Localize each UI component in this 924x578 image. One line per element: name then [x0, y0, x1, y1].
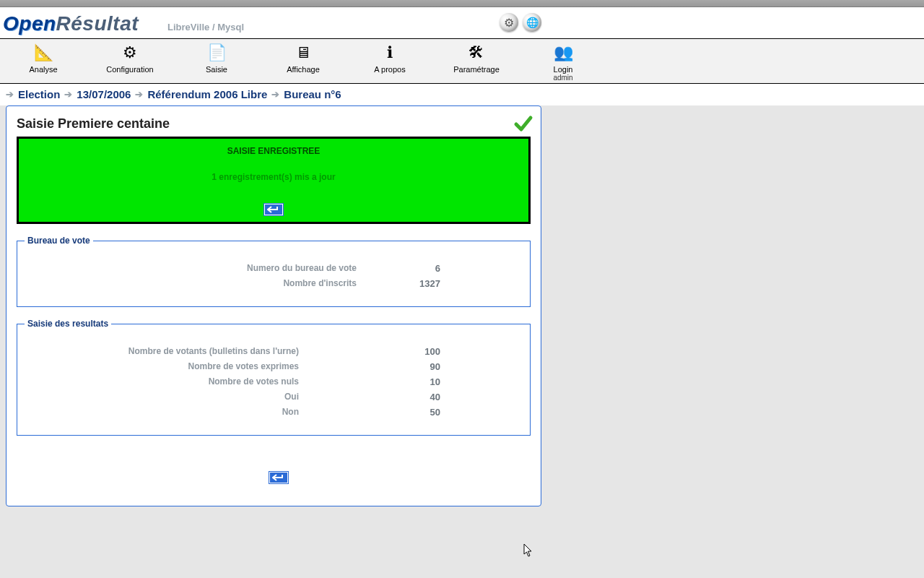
toolbar-icon: 🛠	[433, 42, 520, 64]
toolbar-label: Affichage	[260, 65, 346, 74]
breadcrumb-arrow-icon: ➔	[135, 89, 143, 100]
toolbar-item-saisie[interactable]: 📄Saisie	[173, 42, 260, 82]
toolbar-item-a-propos[interactable]: ℹA propos	[346, 42, 433, 82]
data-row: Nombre de votants (bulletins dans l'urne…	[25, 346, 523, 357]
success-banner: SAISIE ENREGISTREE 1 enregistrement(s) m…	[17, 137, 531, 224]
breadcrumb-arrow-icon: ➔	[271, 89, 279, 100]
toolbar-item-login[interactable]: 👥Loginadmin	[520, 42, 606, 82]
toolbar-item-affichage[interactable]: 🖥Affichage	[260, 42, 346, 82]
breadcrumb-arrow-icon: ➔	[64, 89, 72, 100]
row-label: Nombre de votes exprimes	[25, 361, 299, 372]
data-row: Nombre de votes nuls10	[25, 376, 523, 387]
toolbar-icon: 📐	[0, 42, 87, 64]
main-toolbar: 📐Analyse⚙Configuration📄Saisie🖥Affichageℹ…	[0, 39, 924, 84]
bureau-fieldset: Bureau de vote Numero du bureau de vote6…	[17, 236, 531, 307]
toolbar-label: Saisie	[173, 65, 260, 74]
toolbar-label: Analyse	[0, 65, 87, 74]
toolbar-item-configuration[interactable]: ⚙Configuration	[87, 42, 173, 82]
row-label: Non	[25, 407, 299, 418]
data-row: Numero du bureau de vote6	[25, 263, 523, 274]
data-row: Nombre d'inscrits1327	[25, 278, 523, 289]
settings-icon[interactable]	[500, 13, 518, 32]
row-value: 6	[357, 263, 443, 274]
toolbar-item-paramétrage[interactable]: 🛠Paramétrage	[433, 42, 520, 82]
toolbar-icon: 🖥	[260, 42, 346, 64]
row-label: Nombre d'inscrits	[25, 278, 357, 289]
panel-title: Saisie Premiere centaine	[17, 116, 170, 131]
app-logo: OpenRésultat	[3, 7, 139, 35]
results-rows: Nombre de votants (bulletins dans l'urne…	[25, 346, 523, 418]
toolbar-icon: 👥	[520, 42, 606, 64]
row-value: 100	[299, 346, 443, 357]
toolbar-label: Configuration	[87, 65, 173, 74]
main-panel: Saisie Premiere centaine SAISIE ENREGIST…	[6, 105, 541, 506]
logo-open: Open	[3, 12, 56, 35]
results-fieldset: Saisie des resultats Nombre de votants (…	[17, 319, 531, 436]
row-value: 1327	[357, 278, 443, 289]
results-legend: Saisie des resultats	[25, 319, 111, 329]
breadcrumb-item[interactable]: Référendum 2006 Libre	[147, 88, 267, 100]
bureau-rows: Numero du bureau de vote6Nombre d'inscri…	[25, 263, 523, 289]
row-value: 10	[299, 376, 443, 387]
breadcrumb: ➔Election➔13/07/2006➔Référendum 2006 Lib…	[0, 84, 924, 105]
success-check-icon	[513, 115, 531, 132]
toolbar-icon: ℹ	[346, 42, 433, 64]
row-value: 50	[299, 407, 443, 418]
breadcrumb-item[interactable]: Bureau n°6	[284, 88, 341, 100]
toolbar-sublabel: admin	[520, 74, 606, 82]
data-row: Nombre de votes exprimes90	[25, 361, 523, 372]
row-label: Numero du bureau de vote	[25, 263, 357, 274]
toolbar-label: A propos	[346, 65, 433, 74]
row-value: 40	[299, 392, 443, 402]
back-button[interactable]	[264, 204, 283, 215]
toolbar-item-analyse[interactable]: 📐Analyse	[0, 42, 87, 82]
row-label: Nombre de votes nuls	[25, 376, 299, 387]
success-title: SAISIE ENREGISTREE	[26, 146, 521, 156]
app-subtitle: LibreVille / Mysql	[167, 22, 244, 35]
toolbar-label: Login	[520, 65, 606, 74]
row-label: Oui	[25, 392, 299, 402]
breadcrumb-arrow-icon: ➔	[6, 89, 14, 100]
data-row: Non50	[25, 407, 523, 418]
window-titlebar	[0, 0, 924, 7]
breadcrumb-item[interactable]: 13/07/2006	[77, 88, 131, 100]
bureau-legend: Bureau de vote	[25, 236, 93, 246]
toolbar-label: Paramétrage	[433, 65, 520, 74]
toolbar-icon: 📄	[173, 42, 260, 64]
toolbar-items: 📐Analyse⚙Configuration📄Saisie🖥Affichageℹ…	[0, 42, 924, 82]
success-message: 1 enregistrement(s) mis a jour	[26, 172, 521, 182]
data-row: Oui40	[25, 392, 523, 402]
logo-res: Résultat	[56, 12, 139, 35]
breadcrumb-item[interactable]: Election	[18, 88, 60, 100]
row-value: 90	[299, 361, 443, 372]
globe-icon[interactable]	[523, 13, 541, 32]
toolbar-icon: ⚙	[87, 42, 173, 64]
back-button-bottom[interactable]	[269, 472, 288, 483]
app-header: OpenRésultat LibreVille / Mysql	[0, 7, 924, 39]
row-label: Nombre de votants (bulletins dans l'urne…	[25, 346, 299, 357]
mouse-cursor	[523, 543, 533, 561]
